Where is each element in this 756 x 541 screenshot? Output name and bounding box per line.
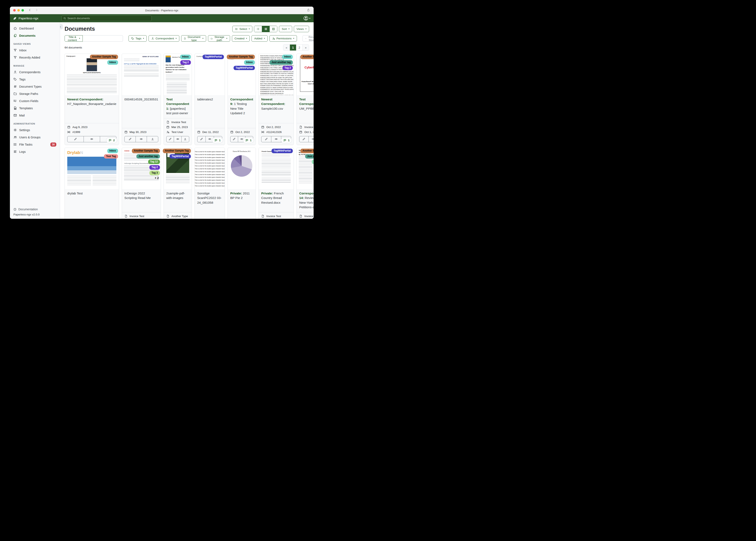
tag-badge[interactable]: Another Sample Tag [132,149,160,153]
tag-badge[interactable]: TagWithPartial [203,55,224,59]
tag-badge[interactable]: TagWithPartial [170,154,191,159]
pagination-page-1[interactable]: 1 [290,45,296,51]
sidebar-item-settings[interactable]: Settings [10,126,60,134]
tag-badge[interactable]: Partial Tag [312,160,314,164]
sidebar-item-users-groups[interactable]: Users & Groups [10,134,60,141]
document-title[interactable]: InDesign 2022 Scripting Read Me [122,189,161,212]
select-button[interactable]: Select▾ [232,26,252,32]
document-title[interactable]: Test Correspondent 1: UM_PPBE_en_v29 [297,95,314,123]
tag-badge[interactable]: Tag 12 [148,160,160,164]
document-card[interactable]: BANK OF SCOTLAND2,0 % p. a. auf Ihr Tage… [122,54,161,145]
document-thumbnail[interactable]: Country,Region/State," [195,54,225,95]
preview-button[interactable] [174,136,181,142]
minimize-window-button[interactable] [17,9,20,12]
tag-badge[interactable]: Tag 2 [282,66,293,70]
pagination-next[interactable]: » [302,45,309,51]
document-title[interactable]: Test Correspondent 1: [paperless] test p… [164,95,192,118]
zoom-window-button[interactable] [21,9,24,12]
document-card[interactable]: This is a test for the double space char… [195,148,225,219]
search-input[interactable] [67,17,150,20]
tag-badge[interactable]: Another Sample Tag [300,55,314,59]
preview-button[interactable] [271,136,281,142]
tag-badge[interactable]: TagWithPartial [234,66,255,70]
document-card[interactable]: Serial Number,Company Name,Employe978818… [259,54,294,145]
document-card[interactable]: Francja pod rNAPOLEON BONAPARTEAnother S… [65,54,119,145]
document-title[interactable]: 2sample-pdf-with-images [164,189,192,212]
sidebar-item-correspondents[interactable]: Correspondents [10,68,60,76]
document-card[interactable]: one,1.0 five,5.0Another Sample TagInboxT… [228,54,256,145]
document-title[interactable]: Newest Correspondent: H7_Napoleon_Bonapa… [65,95,119,123]
sidebar-item-mail[interactable]: Mail [10,112,60,119]
correspondent-filter-button[interactable]: Correspondent▾ [149,35,179,42]
document-card[interactable]: DrylabNInboxTest Tag1drylab TestYear - T… [65,148,119,219]
correspondent-prefix[interactable]: Private: [230,192,242,195]
document-thumbnail[interactable]: CyberPowerPowerPanel® Business EditionUs… [297,54,314,95]
edit-button[interactable] [261,136,271,142]
preview-button[interactable] [136,136,147,142]
pagination-prev[interactable]: « [283,45,290,51]
document-thumbnail[interactable]: This is a test for the double space char… [195,148,225,189]
tag-badge[interactable]: Inbox [244,60,255,65]
document-title[interactable]: drylab Test [65,189,119,217]
document-thumbnail[interactable]: Patient BP Distribution 2011 [228,148,256,189]
document-title[interactable]: Correspondent 14: Review-of-New-York-Fed… [297,189,314,212]
tag-badge[interactable]: Inbox [180,55,191,59]
preview-button[interactable] [308,136,314,142]
document-title[interactable]: tablerates2 [195,95,225,128]
documentation-link[interactable]: Documentation [13,208,56,211]
share-icon[interactable] [307,8,310,12]
tag-badge[interactable]: Inbox [107,60,118,65]
view-detail-button[interactable] [269,26,277,32]
history-back-icon[interactable] [28,8,31,12]
document-card[interactable]: Medical TeacherHas the new Kirkpatrick g… [164,54,192,145]
views-button[interactable]: Views▾ [294,26,309,32]
tag-badge[interactable]: Just another tag [269,60,293,65]
tag-badge[interactable]: Tag 2 [180,60,191,65]
title-content-input[interactable] [83,35,123,42]
document-title[interactable]: Newest Correspondent: Sample100.csv [259,95,294,123]
tag-badge[interactable]: Test Tag [104,154,118,159]
document-type-filter-button[interactable]: Document type▾ [181,35,206,42]
tag-badge[interactable]: Tag 3 [149,171,160,175]
sidebar-item-recently-added[interactable]: Recently Added [10,54,60,61]
preview-button[interactable] [84,136,100,142]
edit-button[interactable] [167,136,174,142]
sidebar-item-templates[interactable]: Templates [10,105,60,112]
sidebar-item-documents[interactable]: Documents [10,32,60,39]
document-title[interactable]: Private: French Country Bread Revised.do… [259,189,294,212]
tag-badge[interactable]: Just another tag [136,154,160,159]
document-card[interactable]: French Country BreadTagWithPartialPrivat… [259,148,294,219]
tag-badge[interactable]: Inbox [107,149,118,153]
global-search[interactable] [61,15,152,21]
correspondent-prefix[interactable]: Newest Correspondent: [261,98,285,106]
history-forward-icon[interactable] [35,8,38,12]
sidebar-item-tags[interactable]: Tags [10,76,60,83]
created-filter-button[interactable]: Created▾ [232,35,250,42]
view-list-button[interactable] [254,26,262,32]
tag-badge[interactable]: Another Sample Tag [300,149,314,153]
tag-badge[interactable]: Just another tag [305,154,314,159]
document-card[interactable]: CyberPowerPowerPanel® Business EditionUs… [296,54,314,145]
pagination-page-2[interactable]: 2 [296,45,302,51]
document-title[interactable]: Sonstige ScanPC2022 03-24_081058 [195,189,225,217]
document-card[interactable]: Review of Arbitral Awards shows Swift Re… [296,148,314,219]
added-filter-button[interactable]: Added▾ [252,35,268,42]
edit-button[interactable] [67,136,84,142]
edit-button[interactable] [299,136,308,142]
reset-filters-button[interactable]: Reset filters [302,35,314,42]
correspondent-prefix[interactable]: Newest Correspondent: [67,98,103,101]
sort-button[interactable]: Sort▾ [279,26,292,32]
sidebar-item-storage-paths[interactable]: Storage Paths [10,90,60,97]
document-thumbnail[interactable]: BANK OF SCOTLAND2,0 % p. a. auf Ihr Tage… [122,54,161,95]
edit-button[interactable] [197,136,206,142]
document-title[interactable]: 0004814539_20230531 [122,95,161,128]
tags-filter-button[interactable]: Tags▾ [129,35,147,42]
download-button[interactable] [181,136,189,142]
download-button[interactable] [147,136,158,142]
tag-badge[interactable]: Inbox [282,55,293,59]
edit-button[interactable] [125,136,136,142]
document-title[interactable]: Private: 2011 BP Pie 2 [228,189,256,219]
tag-badge[interactable]: Tag 2 [149,165,160,170]
sidebar-item-custom-fields[interactable]: Custom Fields [10,97,60,105]
edit-button[interactable] [230,136,238,142]
